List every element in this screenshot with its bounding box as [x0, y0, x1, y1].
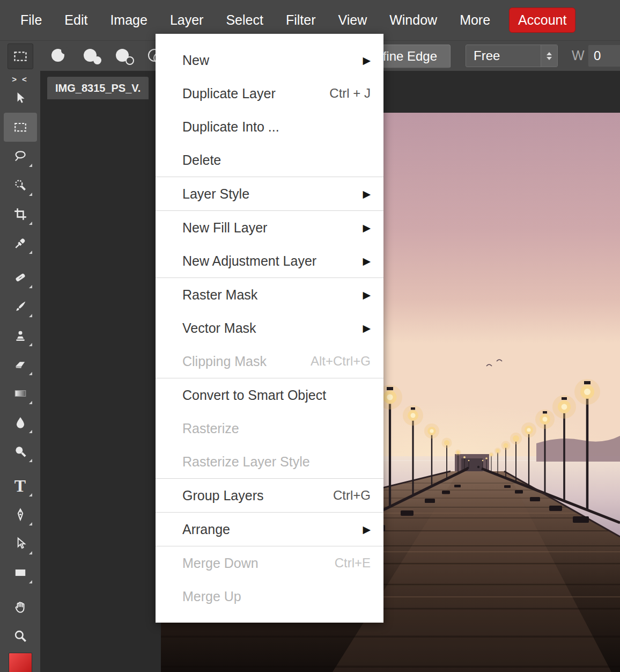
- crop-tool[interactable]: [4, 200, 37, 229]
- pen-icon: [13, 508, 27, 522]
- direct-select-tool[interactable]: [4, 529, 37, 558]
- subtool-corner-icon: [29, 193, 32, 196]
- crop-icon: [13, 207, 27, 221]
- menu-item-shortcut: Ctrl + J: [329, 86, 371, 101]
- menu-item-group-layers[interactable]: Group Layers Ctrl+G: [156, 479, 383, 512]
- menu-item-new[interactable]: New ▶: [156, 43, 383, 77]
- document-tab-title: IMG_8315_PS_V.: [55, 82, 141, 94]
- healing-tool[interactable]: [4, 263, 37, 292]
- menu-edit[interactable]: Edit: [53, 12, 99, 28]
- subtract-selection-icon[interactable]: [116, 48, 132, 63]
- transform-mode-value: Free: [466, 48, 541, 63]
- menu-item-arrange[interactable]: Arrange ▶: [156, 513, 383, 546]
- menu-item-merge-down: Merge Down Ctrl+E: [156, 546, 383, 580]
- hand-tool[interactable]: [4, 593, 37, 622]
- rectangle-shape-icon: [13, 566, 27, 580]
- direct-select-icon: [13, 537, 27, 551]
- menu-item-label: New: [182, 53, 363, 68]
- subtool-corner-icon: [29, 251, 32, 254]
- submenu-arrow-icon: ▶: [363, 189, 371, 199]
- menu-select[interactable]: Select: [215, 12, 274, 28]
- width-value: 0: [594, 48, 601, 63]
- width-input[interactable]: 0: [588, 45, 620, 67]
- menu-item-new-adjustment-layer[interactable]: New Adjustment Layer ▶: [156, 244, 383, 277]
- type-tool[interactable]: T: [4, 471, 37, 500]
- move-tool[interactable]: [4, 84, 37, 113]
- dodge-tool[interactable]: [4, 437, 37, 466]
- shape-tool[interactable]: [4, 558, 37, 587]
- menu-item-convert-smart-object[interactable]: Convert to Smart Object: [156, 378, 383, 412]
- menu-item-raster-mask[interactable]: Raster Mask ▶: [156, 278, 383, 311]
- subtool-corner-icon: [29, 314, 32, 317]
- menu-more[interactable]: More: [448, 12, 501, 28]
- zoom-icon: [13, 629, 27, 643]
- menu-item-label: New Adjustment Layer: [182, 253, 363, 269]
- select-spinner-icon: [541, 45, 557, 67]
- foreground-color-swatch[interactable]: [9, 653, 32, 672]
- quick-select-tool[interactable]: [4, 171, 37, 200]
- menu-item-label: Rasterize: [182, 421, 371, 436]
- menu-item-label: Clipping Mask: [182, 354, 311, 369]
- healing-icon: [13, 271, 27, 284]
- document-tab[interactable]: IMG_8315_PS_V.: [47, 77, 149, 99]
- gradient-tool[interactable]: [4, 379, 37, 408]
- transform-mode-select[interactable]: Free: [466, 45, 558, 67]
- add-selection-icon[interactable]: [84, 48, 100, 63]
- layer-menu-dropdown: New ▶ Duplicate Layer Ctrl + J Duplicate…: [156, 34, 383, 623]
- menu-item-new-fill-layer[interactable]: New Fill Layer ▶: [156, 211, 383, 244]
- subtool-corner-icon: [29, 493, 32, 496]
- eyedropper-tool[interactable]: [4, 229, 37, 258]
- eraser-tool[interactable]: [4, 350, 37, 379]
- menu-item-label: Vector Mask: [182, 320, 363, 336]
- submenu-arrow-icon: ▶: [363, 290, 371, 300]
- menu-item-label: Duplicate Into ...: [182, 119, 371, 135]
- submenu-arrow-icon: ▶: [363, 55, 371, 65]
- subtool-corner-icon: [29, 164, 32, 167]
- menu-item-clipping-mask: Clipping Mask Alt+Ctrl+G: [156, 345, 383, 378]
- subtool-corner-icon: [29, 222, 32, 225]
- lasso-tool[interactable]: [4, 142, 37, 171]
- menu-item-duplicate-layer[interactable]: Duplicate Layer Ctrl + J: [156, 77, 383, 110]
- menu-item-label: Arrange: [182, 522, 363, 537]
- move-icon: [13, 91, 27, 105]
- menu-image[interactable]: Image: [99, 12, 158, 28]
- menu-item-label: Delete: [182, 152, 371, 168]
- menu-view[interactable]: View: [327, 12, 378, 28]
- new-selection-icon[interactable]: [51, 48, 68, 63]
- rect-marquee-icon: [13, 120, 27, 134]
- subtool-corner-icon: [29, 459, 32, 462]
- dodge-icon: [13, 444, 27, 458]
- marquee-options-box[interactable]: [8, 43, 33, 69]
- rect-marquee-tool[interactable]: [4, 113, 37, 142]
- menu-layer[interactable]: Layer: [159, 12, 215, 28]
- lasso-icon: [13, 149, 27, 163]
- subtool-corner-icon: [29, 343, 32, 346]
- menu-window[interactable]: Window: [378, 12, 448, 28]
- menu-item-shortcut: Ctrl+E: [335, 556, 371, 571]
- clone-stamp-icon: [13, 328, 27, 342]
- menu-item-label: Convert to Smart Object: [182, 388, 371, 403]
- submenu-arrow-icon: ▶: [363, 323, 371, 333]
- menu-item-rasterize-layer-style: Rasterize Layer Style: [156, 445, 383, 478]
- marquee-icon: [12, 49, 28, 64]
- menu-item-vector-mask[interactable]: Vector Mask ▶: [156, 311, 383, 345]
- eraser-icon: [13, 357, 27, 371]
- zoom-tool[interactable]: [4, 622, 37, 651]
- pen-tool[interactable]: [4, 500, 37, 529]
- submenu-arrow-icon: ▶: [363, 223, 371, 233]
- account-button[interactable]: Account: [509, 8, 575, 33]
- menu-item-rasterize: Rasterize: [156, 412, 383, 445]
- menu-item-duplicate-into[interactable]: Duplicate Into ...: [156, 110, 383, 143]
- menu-item-label: Raster Mask: [182, 287, 363, 303]
- menu-item-delete[interactable]: Delete: [156, 143, 383, 177]
- menu-filter[interactable]: Filter: [275, 12, 327, 28]
- menu-file[interactable]: File: [9, 12, 53, 28]
- toolbox-collapse-icon[interactable]: > <: [12, 75, 28, 84]
- submenu-arrow-icon: ▶: [363, 256, 371, 266]
- menu-item-layer-style[interactable]: Layer Style ▶: [156, 177, 383, 210]
- eyedropper-icon: [13, 236, 27, 250]
- hand-icon: [13, 600, 27, 614]
- blur-tool[interactable]: [4, 408, 37, 437]
- brush-tool[interactable]: [4, 292, 37, 321]
- clone-stamp-tool[interactable]: [4, 321, 37, 350]
